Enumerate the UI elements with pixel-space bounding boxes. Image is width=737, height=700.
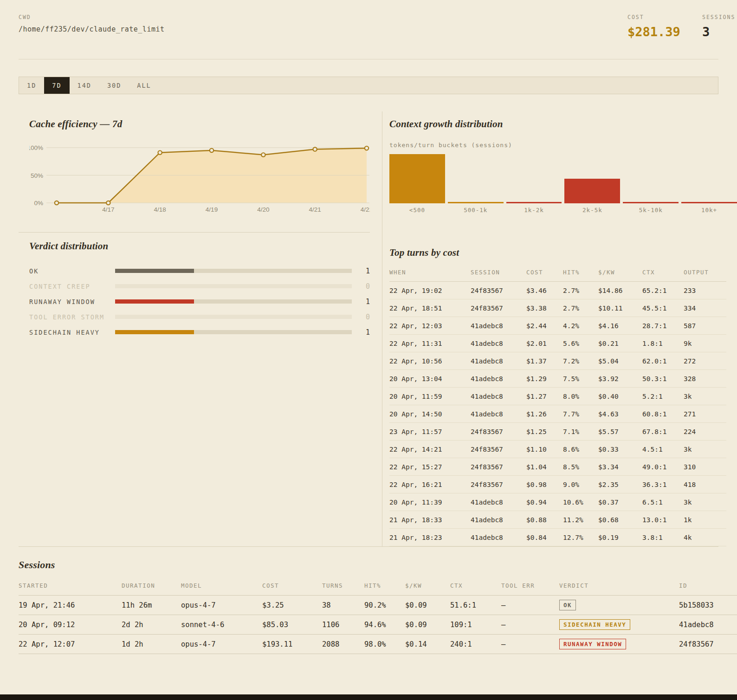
- cell: 22 Apr, 19:02: [389, 287, 471, 294]
- context-growth-subtitle: tokens/turn buckets (sessions): [389, 142, 726, 149]
- cell: $0.98: [526, 481, 563, 488]
- cell: 310: [684, 463, 726, 471]
- tab-7d[interactable]: 7D: [44, 77, 69, 94]
- cell: 19 Apr, 21:46: [19, 601, 122, 609]
- cell: $0.84: [526, 534, 563, 541]
- sessions-header-row: STARTEDDURATIONMODELCOSTTURNSHIT%$/KWCTX…: [19, 582, 737, 596]
- column-header-cost: COST: [526, 269, 563, 276]
- svg-text:4/22: 4/22: [361, 206, 370, 213]
- cell: 418: [684, 481, 726, 488]
- cell: $1.29: [526, 375, 563, 382]
- bar-column-10k+: [681, 202, 737, 203]
- cell: 67.8:1: [642, 428, 684, 435]
- context-growth-panel: Context growth distribution tokens/turn …: [389, 118, 726, 246]
- bar-column-5k-10k: [623, 202, 679, 203]
- column-header--kw: $/KW: [405, 582, 450, 589]
- cell: 24f83567: [471, 305, 526, 312]
- tab-1d[interactable]: 1D: [19, 77, 44, 94]
- cell: 41adebc8: [471, 340, 526, 347]
- cell: –: [501, 640, 559, 648]
- cell: 24f83567: [471, 287, 526, 294]
- column-header-cost: COST: [262, 582, 322, 589]
- cell: 4k: [684, 534, 726, 541]
- sessions-stat: SESSIONS 3: [702, 14, 737, 39]
- tab-14d[interactable]: 14D: [70, 77, 99, 94]
- verdict-label: RUNAWAY WINDOW: [29, 298, 115, 305]
- verdict-row: RUNAWAY WINDOW1: [29, 294, 370, 309]
- cache-efficiency-title: Cache efficiency — 7d: [29, 118, 370, 130]
- table-row: 20 Apr, 11:3941adebc8$0.9410.6%$0.376.5:…: [389, 493, 726, 511]
- table-row: 20 Apr, 11:5941adebc8$1.278.0%$0.405.2:1…: [389, 388, 726, 405]
- cell: 11h 26m: [122, 601, 181, 609]
- bucket-label-1k-2k: 1k-2k: [506, 207, 562, 214]
- cell: 587: [684, 322, 726, 330]
- bucket-label-500-1k: 500-1k: [448, 207, 504, 214]
- sessions-title: Sessions: [19, 559, 737, 571]
- header-divider: [19, 59, 718, 59]
- verdict-track: [115, 299, 352, 304]
- cell: 50.3:1: [642, 375, 684, 382]
- verdict-track: [115, 315, 352, 319]
- column-header-model: MODEL: [181, 582, 262, 589]
- cell: sonnet-4-6: [181, 621, 262, 629]
- bar-column-2k-5k: [564, 179, 620, 203]
- cell: 12.7%: [563, 534, 598, 541]
- svg-text:4/17: 4/17: [102, 206, 114, 213]
- verdict-cell: SIDECHAIN HEAVY: [559, 619, 679, 630]
- cell: $0.09: [405, 621, 450, 629]
- cell: –: [501, 621, 559, 629]
- cell: 38: [322, 601, 364, 609]
- cell: 20 Apr, 13:04: [389, 375, 471, 382]
- context-growth-title: Context growth distribution: [389, 118, 726, 130]
- column-header--kw: $/KW: [598, 269, 642, 276]
- cell: 94.6%: [364, 621, 405, 629]
- svg-text:4/19: 4/19: [206, 206, 218, 213]
- sessions-panel: Sessions STARTEDDURATIONMODELCOSTTURNSHI…: [19, 547, 737, 654]
- verdict-cell: RUNAWAY WINDOW: [559, 639, 679, 649]
- column-header-tool-err: TOOL ERR: [501, 582, 559, 589]
- top-turns-panel: Top turns by cost WHENSESSIONCOSTHIT%$/K…: [389, 246, 726, 546]
- session-id: 24f83567: [679, 640, 737, 648]
- bucket-label-10k+: 10k+: [681, 207, 737, 214]
- cell: $10.11: [598, 305, 642, 312]
- column-header-output: OUTPUT: [684, 269, 726, 276]
- cell: 41adebc8: [471, 534, 526, 541]
- cell: 20 Apr, 11:39: [389, 499, 471, 506]
- verdict-distribution-chart: OK1CONTEXT CREEP0RUNAWAY WINDOW1TOOL ERR…: [29, 263, 370, 340]
- tab-30d[interactable]: 30D: [99, 77, 129, 94]
- verdict-cell: OK: [559, 600, 679, 610]
- cell: 5.2:1: [642, 393, 684, 400]
- verdict-distribution-panel: Verdict distribution OK1CONTEXT CREEP0RU…: [19, 233, 370, 546]
- bar-column-1k-2k: [506, 202, 562, 203]
- cell: 41adebc8: [471, 499, 526, 506]
- cell: 22 Apr, 18:51: [389, 305, 471, 312]
- cell: 13.0:1: [642, 516, 684, 524]
- column-header-id: ID: [679, 582, 737, 589]
- verdict-track: [115, 284, 352, 288]
- bucket-label-<500: <500: [389, 207, 445, 214]
- cell: 233: [684, 287, 726, 294]
- main-grid: Cache efficiency — 7d 100%50%0%4/174/184…: [19, 111, 737, 546]
- svg-text:100%: 100%: [29, 144, 43, 151]
- verdict-label: SIDECHAIN HEAVY: [29, 329, 115, 336]
- cell: $1.27: [526, 393, 563, 400]
- svg-text:50%: 50%: [31, 172, 43, 179]
- verdict-label: TOOL ERROR STORM: [29, 313, 115, 321]
- svg-text:4/21: 4/21: [309, 206, 321, 213]
- cell: $1.25: [526, 428, 563, 435]
- column-header-ctx: CTX: [642, 269, 684, 276]
- cell: 7.7%: [563, 410, 598, 418]
- table-row: 22 Apr, 18:5124f83567$3.382.7%$10.1145.5…: [389, 299, 726, 317]
- context-growth-labels: <500500-1k1k-2k2k-5k5k-10k10k+: [389, 207, 737, 214]
- column-header-when: WHEN: [389, 269, 471, 276]
- session-id: 5b158033: [679, 601, 737, 609]
- column-header-started: STARTED: [19, 582, 122, 589]
- tab-all[interactable]: ALL: [129, 77, 159, 94]
- cell: 24f83567: [471, 481, 526, 488]
- cell: $0.88: [526, 516, 563, 524]
- cell: 8.6%: [563, 446, 598, 453]
- sessions-value: 3: [702, 25, 737, 39]
- cell: 23 Apr, 11:57: [389, 428, 471, 435]
- cost-stat: COST $281.39: [627, 14, 680, 39]
- verdict-badge: RUNAWAY WINDOW: [559, 639, 626, 649]
